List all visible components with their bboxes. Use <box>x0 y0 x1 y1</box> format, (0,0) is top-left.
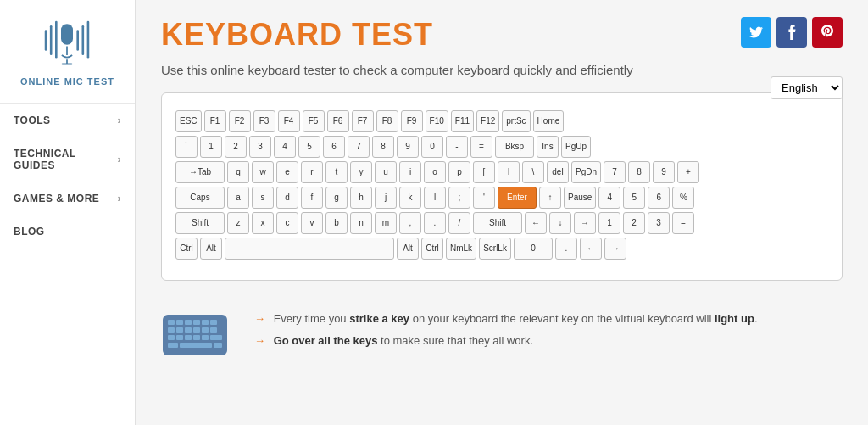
key-f[interactable]: f <box>301 187 323 209</box>
key-ctrl-left[interactable]: Ctrl <box>175 238 198 260</box>
key-minus[interactable]: - <box>446 136 468 158</box>
key-backslash[interactable]: \ <box>522 161 544 183</box>
key-left[interactable]: ← <box>525 212 547 234</box>
key-4[interactable]: 4 <box>274 136 296 158</box>
sidebar-item-tools[interactable]: TOOLS › <box>0 103 135 137</box>
key-num9[interactable]: 9 <box>653 161 675 183</box>
key-t[interactable]: t <box>326 161 348 183</box>
key-f8[interactable]: F8 <box>376 110 398 132</box>
key-d[interactable]: d <box>276 187 298 209</box>
key-q[interactable]: q <box>227 161 249 183</box>
key-z[interactable]: z <box>227 212 249 234</box>
key-f10[interactable]: F10 <box>426 110 448 132</box>
key-f11[interactable]: F11 <box>451 110 474 132</box>
key-s[interactable]: s <box>252 187 274 209</box>
key-f1[interactable]: F1 <box>204 110 226 132</box>
key-num4[interactable]: 4 <box>598 187 620 209</box>
key-enter[interactable]: Enter <box>498 187 537 209</box>
key-lbracket[interactable]: [ <box>473 161 495 183</box>
key-2[interactable]: 2 <box>225 136 247 158</box>
key-num1[interactable]: 1 <box>598 212 620 234</box>
key-shift-right[interactable]: Shift <box>473 212 522 234</box>
key-num5[interactable]: 5 <box>623 187 645 209</box>
key-7[interactable]: 7 <box>348 136 370 158</box>
key-b[interactable]: b <box>326 212 348 234</box>
key-6[interactable]: 6 <box>323 136 345 158</box>
key-esc[interactable]: ESC <box>175 110 202 132</box>
key-l[interactable]: l <box>424 187 446 209</box>
key-numpercent[interactable]: % <box>672 187 694 209</box>
key-f12[interactable]: F12 <box>476 110 499 132</box>
key-j[interactable]: j <box>375 187 397 209</box>
key-y[interactable]: y <box>350 161 372 183</box>
key-num7[interactable]: 7 <box>604 161 626 183</box>
key-num6[interactable]: 6 <box>648 187 670 209</box>
key-p[interactable]: p <box>448 161 470 183</box>
key-f9[interactable]: F9 <box>401 110 423 132</box>
key-pause[interactable]: Pause <box>564 187 596 209</box>
key-g[interactable]: g <box>326 187 348 209</box>
key-numlk[interactable]: NmLk <box>446 238 476 260</box>
key-f7[interactable]: F7 <box>352 110 374 132</box>
key-slash[interactable]: / <box>448 212 470 234</box>
key-i[interactable]: i <box>399 161 421 183</box>
sidebar-item-games-more[interactable]: GAMES & MORE › <box>0 182 135 215</box>
key-e[interactable]: e <box>276 161 298 183</box>
key-equals[interactable]: = <box>470 136 492 158</box>
key-del[interactable]: del <box>547 161 569 183</box>
key-5[interactable]: 5 <box>298 136 320 158</box>
key-quote[interactable]: ' <box>473 187 495 209</box>
key-f4[interactable]: F4 <box>278 110 300 132</box>
key-right[interactable]: → <box>574 212 596 234</box>
key-u[interactable]: u <box>375 161 397 183</box>
key-w[interactable]: w <box>252 161 274 183</box>
key-alt-right[interactable]: Alt <box>397 238 419 260</box>
key-numleft[interactable]: ← <box>580 238 602 260</box>
twitter-share-button[interactable] <box>741 17 771 48</box>
key-a[interactable]: a <box>227 187 249 209</box>
key-pgup[interactable]: PgUp <box>561 136 591 158</box>
key-prtsc[interactable]: prtSc <box>502 110 530 132</box>
key-numplus[interactable]: + <box>677 161 699 183</box>
key-shift-left[interactable]: Shift <box>175 212 225 234</box>
key-space[interactable] <box>225 238 394 260</box>
key-numdot[interactable]: . <box>555 238 577 260</box>
key-home[interactable]: Home <box>533 110 565 132</box>
key-c[interactable]: c <box>276 212 298 234</box>
key-8[interactable]: 8 <box>372 136 394 158</box>
key-numright[interactable]: → <box>604 238 626 260</box>
key-k[interactable]: k <box>399 187 421 209</box>
key-alt-left[interactable]: Alt <box>200 238 222 260</box>
key-f3[interactable]: F3 <box>253 110 275 132</box>
sidebar-item-technical-guides[interactable]: TECHNICAL GUIDES › <box>0 137 135 182</box>
key-scrlk[interactable]: ScrlLk <box>479 238 511 260</box>
key-0[interactable]: 0 <box>421 136 443 158</box>
key-ctrl-right[interactable]: Ctrl <box>421 238 443 260</box>
key-up[interactable]: ↑ <box>539 187 561 209</box>
key-num8[interactable]: 8 <box>628 161 650 183</box>
key-m[interactable]: m <box>375 212 397 234</box>
key-comma[interactable]: , <box>399 212 421 234</box>
key-backtick[interactable]: ` <box>175 136 198 158</box>
key-num0[interactable]: 0 <box>514 238 553 260</box>
key-ins[interactable]: Ins <box>537 136 559 158</box>
key-v[interactable]: v <box>301 212 323 234</box>
key-r[interactable]: r <box>301 161 323 183</box>
sidebar-item-blog[interactable]: BLOG <box>0 215 135 248</box>
key-tab[interactable]: →Tab <box>175 161 225 183</box>
key-3[interactable]: 3 <box>249 136 271 158</box>
key-numequals[interactable]: = <box>672 212 694 234</box>
key-down[interactable]: ↓ <box>549 212 571 234</box>
key-pgdn[interactable]: PgDn <box>571 161 601 183</box>
key-num3[interactable]: 3 <box>648 212 670 234</box>
pinterest-share-button[interactable] <box>812 17 843 48</box>
key-caps[interactable]: Caps <box>175 187 225 209</box>
key-1[interactable]: 1 <box>200 136 222 158</box>
key-n[interactable]: n <box>350 212 372 234</box>
key-f5[interactable]: F5 <box>303 110 325 132</box>
key-num2[interactable]: 2 <box>623 212 645 234</box>
language-select[interactable]: English Spanish French German <box>771 76 843 99</box>
key-semicolon[interactable]: ; <box>448 187 470 209</box>
key-f6[interactable]: F6 <box>327 110 349 132</box>
key-l2[interactable]: l <box>498 161 520 183</box>
